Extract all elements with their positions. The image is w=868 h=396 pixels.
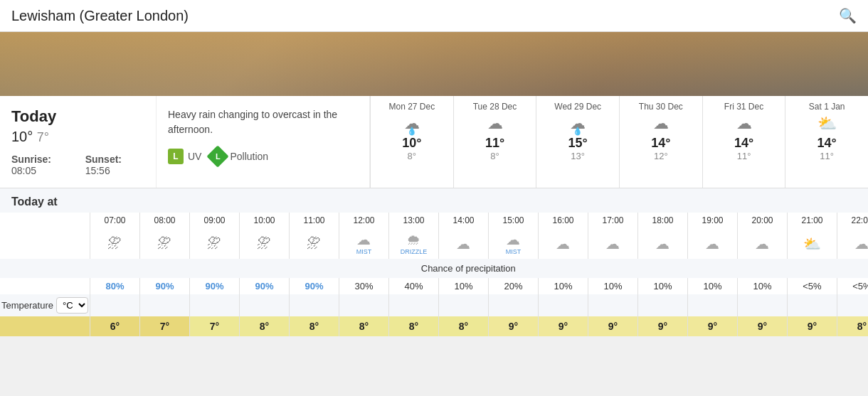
sunrise: Sunrise: 08:05 <box>11 154 74 176</box>
forecast-day-high: 11° <box>458 136 532 151</box>
sunset-time: 15:56 <box>85 165 110 176</box>
time-cell: 14:00 <box>438 213 488 228</box>
icon-cell: ⛅ <box>787 228 837 259</box>
location-title: Lewisham (Greater London) <box>11 8 189 24</box>
forecast-day-label: Fri 31 Dec <box>707 102 781 112</box>
temp-cell: 8° <box>239 316 289 336</box>
precip-cell: 80% <box>90 278 139 294</box>
precip-cell: 10% <box>637 278 687 294</box>
forecast-day-icon: ☁ 💧 <box>541 114 615 133</box>
time-cell: 17:00 <box>588 213 637 228</box>
temp-cell: 8° <box>388 316 438 336</box>
time-cell: 22:00 <box>837 213 868 228</box>
time-cell: 12:00 <box>339 213 388 228</box>
forecast-day: Fri 31 Dec ☁ 14° 11° <box>702 96 785 188</box>
forecast-day-low: 12° <box>624 151 698 161</box>
forecast-day-icon: ☁ <box>458 114 532 133</box>
temp-cell: 9° <box>488 316 538 336</box>
time-cell: 21:00 <box>787 213 837 228</box>
time-cell: 09:00 <box>189 213 239 228</box>
sunset: Sunset: 15:56 <box>85 154 144 176</box>
icon-cell: ☁ <box>837 228 868 259</box>
temp-cell: 8° <box>339 316 388 336</box>
header: Lewisham (Greater London) 🔍 <box>0 0 868 32</box>
forecast-day-high: 15° <box>541 136 615 151</box>
today-temps: 10° 7° <box>11 129 144 145</box>
temp-cell: 8° <box>289 316 339 336</box>
forecast-day-low: 8° <box>375 151 449 161</box>
forecast-day: Sat 1 Jan ⛅ 14° 11° <box>785 96 868 188</box>
precip-cell: 90% <box>139 278 189 294</box>
today-at-section: Today at 07:0008:0009:0010:0011:0012:001… <box>0 188 868 336</box>
forecast-days: Mon 27 Dec ☁ 💧 10° 8° Tue 28 Dec ☁ 11° 8… <box>370 96 868 188</box>
temp-row: 6°7°7°8°8°8°8°8°9°9°9°9°9°9°9°8°8°8° <box>0 316 868 336</box>
temp-cell: 9° <box>737 316 787 336</box>
time-cell: 19:00 <box>687 213 737 228</box>
icon-cell: ☁ <box>637 228 687 259</box>
precip-row: 80% 90% 90% 90% 90% 30% 40% 10% 20% 10% … <box>0 278 868 294</box>
precip-cell: 10% <box>438 278 488 294</box>
temp-cell: 8° <box>438 316 488 336</box>
time-cell: 15:00 <box>488 213 538 228</box>
forecast-day-high: 14° <box>790 136 864 151</box>
hero-image <box>0 32 868 96</box>
temp-cell: 7° <box>189 316 239 336</box>
forecast-day-icon: ☁ <box>707 114 781 133</box>
precip-cell: 90% <box>239 278 289 294</box>
time-cell: 13:00 <box>388 213 438 228</box>
icon-cell: ☁ <box>588 228 637 259</box>
icon-cell: ☁ <box>687 228 737 259</box>
today-sun: Sunrise: 08:05 Sunset: 15:56 <box>11 154 144 176</box>
pollution-icon: L <box>207 145 229 167</box>
icon-cell: ⛈ <box>139 228 189 259</box>
main-content: Today 10° 7° Sunrise: 08:05 Sunset: 15:5… <box>0 96 868 188</box>
hourly-table: 07:0008:0009:0010:0011:0012:0013:0014:00… <box>0 213 868 336</box>
today-label: Today <box>11 107 144 126</box>
time-cell: 11:00 <box>289 213 339 228</box>
chance-header-row: Chance of precipitation <box>0 259 868 278</box>
forecast-day: Tue 28 Dec ☁ 11° 8° <box>453 96 536 188</box>
pollution-badge: L Pollution <box>210 149 268 164</box>
icon-cell: ⛈ <box>239 228 289 259</box>
sunrise-time: 08:05 <box>11 165 36 176</box>
search-button[interactable]: 🔍 <box>839 7 857 24</box>
forecast-day-low: 13° <box>541 151 615 161</box>
forecast-day-high: 14° <box>707 136 781 151</box>
forecast-day: Thu 30 Dec ☁ 14° 12° <box>619 96 702 188</box>
today-high: 10° <box>11 129 33 144</box>
icon-row: ⛈ ⛈ ⛈ ⛈ ⛈ ☁ MIST 🌧 DRIZZLE ☁ ☁ MIST ☁☁☁☁… <box>0 228 868 259</box>
time-cell: 18:00 <box>637 213 687 228</box>
time-cell: 16:00 <box>538 213 588 228</box>
icon-cell: ☁ MIST <box>488 228 538 259</box>
precip-cell: 20% <box>488 278 538 294</box>
today-at-header: Today at <box>0 188 868 213</box>
icon-cell: ☁ <box>538 228 588 259</box>
icon-cell: ☁ <box>737 228 787 259</box>
temp-unit-select[interactable]: °C °F <box>56 297 88 314</box>
precip-cell: 10% <box>538 278 588 294</box>
icon-cell: ☁ MIST <box>339 228 388 259</box>
forecast-day-icon: ☁ 💧 <box>375 114 449 133</box>
sunset-label: Sunset: <box>85 154 122 165</box>
forecast-day: Mon 27 Dec ☁ 💧 10° 8° <box>370 96 453 188</box>
uv-icon: L <box>168 149 184 164</box>
precip-cell: 40% <box>388 278 438 294</box>
precip-cell: 90% <box>289 278 339 294</box>
time-row: 07:0008:0009:0010:0011:0012:0013:0014:00… <box>0 213 868 228</box>
uv-badge: L UV <box>168 149 201 164</box>
today-low: 7° <box>37 130 49 144</box>
temp-label-row: Temperature °C °F <box>0 294 868 316</box>
forecast-day-label: Mon 27 Dec <box>375 102 449 112</box>
forecast-day-low: 8° <box>458 151 532 161</box>
today-description: Heavy rain changing to overcast in the a… <box>157 96 370 188</box>
temp-cell: 9° <box>588 316 637 336</box>
temp-cell: 8° <box>837 316 868 336</box>
pollution-label: Pollution <box>230 151 268 162</box>
today-panel: Today 10° 7° Sunrise: 08:05 Sunset: 15:5… <box>0 96 157 188</box>
forecast-day-label: Wed 29 Dec <box>541 102 615 112</box>
forecast-day-label: Thu 30 Dec <box>624 102 698 112</box>
forecast-day-low: 11° <box>707 151 781 161</box>
time-cell: 10:00 <box>239 213 289 228</box>
forecast-day-high: 10° <box>375 136 449 151</box>
forecast-day-icon: ☁ <box>624 114 698 133</box>
